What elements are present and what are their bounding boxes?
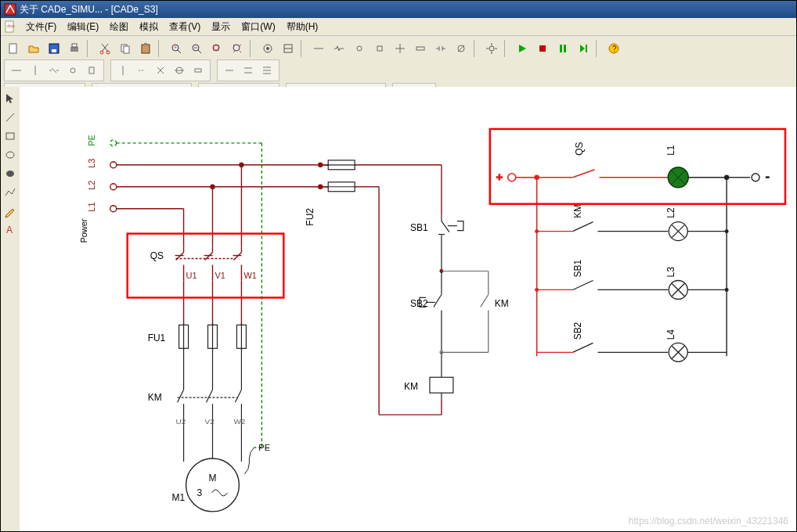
label-M1: M1 <box>172 492 186 503</box>
ellipse-icon[interactable] <box>2 146 19 164</box>
line-icon[interactable] <box>2 109 19 126</box>
svg-point-127 <box>186 458 240 512</box>
svg-line-143 <box>442 221 449 232</box>
label-KM-main: KM <box>148 392 162 403</box>
svg-text:doc: doc <box>7 23 15 28</box>
grp3-item3-icon[interactable] <box>258 61 276 80</box>
svg-point-130 <box>319 163 323 167</box>
canvas[interactable]: PE L3 L2 L1 Power <box>20 87 796 531</box>
svg-point-192 <box>535 288 539 292</box>
schematic-diagram[interactable]: PE L3 L2 L1 Power <box>20 87 796 531</box>
svg-rect-11 <box>124 46 129 53</box>
filled-ellipse-icon[interactable] <box>2 165 19 182</box>
comp-1-icon[interactable] <box>309 39 328 58</box>
comp-5-icon[interactable] <box>391 39 409 58</box>
grp3-item2-icon[interactable] <box>239 61 258 80</box>
pause-icon[interactable] <box>554 39 572 58</box>
svg-line-154 <box>481 294 489 307</box>
copy-icon[interactable] <box>116 39 135 58</box>
titlebar: 关于 CADe_SIMU... - [CADe_S3] <box>1 1 796 18</box>
grp2-item3-icon[interactable] <box>151 61 170 80</box>
grp1-item2-icon[interactable] <box>26 61 45 80</box>
grp2-item1-icon[interactable] <box>114 61 132 80</box>
svg-rect-73 <box>6 133 14 139</box>
menu-file[interactable]: 文件(F) <box>21 19 61 35</box>
help-icon[interactable]: ? <box>604 39 623 58</box>
toolbar-separator <box>87 40 92 57</box>
step-icon[interactable] <box>574 39 593 58</box>
component-QS[interactable]: QS U1 V1 W1 <box>150 247 257 281</box>
new-icon[interactable] <box>4 39 23 58</box>
rect-icon[interactable] <box>2 128 19 145</box>
zoom-fit-icon[interactable] <box>207 39 226 58</box>
grp1-item4-icon[interactable] <box>63 61 82 80</box>
svg-rect-32 <box>417 47 424 50</box>
grp1-item3-icon[interactable] <box>45 61 63 80</box>
svg-text:+: + <box>174 45 177 50</box>
svg-rect-13 <box>144 43 147 45</box>
options2-icon[interactable] <box>279 39 298 58</box>
play-icon[interactable] <box>513 39 532 58</box>
svg-point-75 <box>6 171 14 177</box>
stop-icon[interactable] <box>533 39 552 58</box>
grp1-item1-icon[interactable] <box>7 61 26 80</box>
save-icon[interactable] <box>45 39 63 58</box>
comp-2-icon[interactable] <box>330 39 348 58</box>
comp-8-icon[interactable] <box>452 39 471 58</box>
label-L1-right: L1 <box>665 145 676 156</box>
cut-icon[interactable] <box>96 39 114 58</box>
menu-sim[interactable]: 模拟 <box>135 19 163 35</box>
menu-edit[interactable]: 编辑(E) <box>63 19 103 35</box>
grp2-item5-icon[interactable] <box>189 61 207 80</box>
pencil-icon[interactable] <box>2 203 19 220</box>
svg-line-165 <box>573 170 595 178</box>
component-KM-coil[interactable] <box>430 352 453 399</box>
open-icon[interactable] <box>24 39 43 58</box>
menu-draw[interactable]: 绘图 <box>105 19 133 35</box>
zoom-plus-icon[interactable]: + <box>167 39 186 58</box>
label-right-QS: QS <box>574 142 585 156</box>
grp3-item1-icon[interactable] <box>220 61 239 80</box>
label-M: M <box>209 473 217 483</box>
component-SB1[interactable] <box>438 216 463 271</box>
component-FU1[interactable] <box>179 323 247 350</box>
zoom-minus-icon[interactable] <box>187 39 206 58</box>
svg-point-74 <box>6 152 14 158</box>
grp2-item4-icon[interactable] <box>170 61 189 80</box>
comp-3-icon[interactable] <box>350 39 369 58</box>
svg-line-15 <box>178 50 181 53</box>
svg-point-35 <box>489 46 494 51</box>
svg-point-24 <box>266 47 269 50</box>
svg-point-91 <box>240 163 243 167</box>
zoom-pan-icon[interactable] <box>228 39 247 58</box>
paste-icon[interactable] <box>136 39 155 58</box>
label-right-SB2: SB2 <box>572 322 583 340</box>
menubar: doc 文件(F) 编辑(E) 绘图 模拟 查看(V) 显示 窗口(W) 帮助(… <box>1 18 796 36</box>
svg-point-77 <box>110 140 117 146</box>
component-FU2[interactable] <box>326 160 356 192</box>
comp-4-icon[interactable] <box>370 39 389 58</box>
grp1-item5-icon[interactable] <box>82 61 101 80</box>
polyline-icon[interactable] <box>2 184 19 201</box>
comp-7-icon[interactable] <box>431 39 450 58</box>
comp-6-icon[interactable] <box>411 39 430 58</box>
text-icon[interactable]: A <box>2 221 19 239</box>
menu-view[interactable]: 查看(V) <box>164 19 205 35</box>
component-SB2[interactable] <box>420 271 442 353</box>
select-arrow-icon[interactable] <box>2 90 19 107</box>
label-V1: V1 <box>215 271 225 281</box>
menu-display[interactable]: 显示 <box>207 19 235 35</box>
label-SB1: SB1 <box>410 222 428 233</box>
print-icon[interactable] <box>65 39 84 58</box>
component-L1[interactable] <box>668 167 688 188</box>
menu-window[interactable]: 窗口(W) <box>236 19 279 35</box>
svg-line-186 <box>573 280 593 289</box>
grp2-item2-icon[interactable] <box>132 61 151 80</box>
label-KM-coil: KM <box>404 381 418 392</box>
component-motor[interactable]: M 3 M1 PE <box>172 443 270 512</box>
label-right-KM: KM <box>572 204 583 218</box>
settings-gear-icon[interactable] <box>482 39 501 58</box>
svg-line-195 <box>573 343 593 352</box>
options-icon[interactable] <box>258 39 277 58</box>
menu-help[interactable]: 帮助(H) <box>282 19 323 35</box>
